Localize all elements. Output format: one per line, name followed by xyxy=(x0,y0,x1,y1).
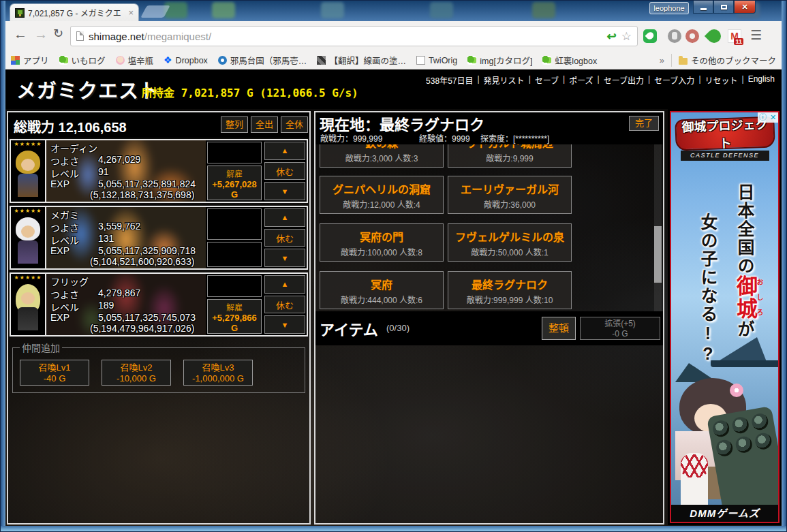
summon-lv2-button[interactable]: 召喚Lv2 -10,000 G xyxy=(102,360,171,386)
move-down-button[interactable]: ▼ xyxy=(264,315,305,334)
menu-save-import[interactable]: セーブ入力 xyxy=(654,74,694,86)
location-tile[interactable]: フヴェルゲルミルの泉 敵戦力:50,000 人数:1 xyxy=(448,223,572,262)
ad-info-icon[interactable]: ⓘ xyxy=(758,112,768,123)
member-level: 131 xyxy=(98,233,114,244)
profile-button[interactable]: leophone xyxy=(649,2,689,14)
location-tile[interactable]: エーリヴァーガル河 敵戦力:36,000 xyxy=(448,176,572,214)
explore-stat: 探索度：[**********] xyxy=(480,132,549,144)
ad-creative[interactable]: ⓘ ✕ 御城プロジェクト CASTLE DEFENSE 日本全国の御城おしろが … xyxy=(670,111,780,523)
bookmark-star-icon[interactable]: ☆ xyxy=(621,29,632,44)
forward-button[interactable]: → xyxy=(34,27,48,41)
undo-arrow-icon[interactable]: ↩ xyxy=(607,29,617,44)
bookmark-item[interactable]: ❖Dropbox xyxy=(164,56,208,65)
all-rest-button[interactable]: 全休 xyxy=(281,116,308,133)
scrollbar-thumb[interactable] xyxy=(654,226,662,283)
gmail-extension-icon[interactable]: M 11 xyxy=(728,29,741,43)
location-header: 現在地：最終ラグナロク 完了 敵戦力：999,999 経験値：9999 探索度：… xyxy=(315,112,663,144)
tab-favicon-icon xyxy=(15,8,25,18)
location-tile[interactable]: 鉄の森 敵戦力:3,000 人数:3 xyxy=(320,144,444,168)
bookmark-item[interactable]: 【翻訳】線画の塗… xyxy=(317,54,406,67)
dismiss-button[interactable]: 解雇 +5,279,866 G xyxy=(207,299,262,334)
bookmark-item[interactable]: 邪馬台国（邪馬壱… xyxy=(218,54,307,67)
close-button[interactable]: ✕ xyxy=(734,1,756,14)
rest-button[interactable]: 休む xyxy=(264,162,305,181)
menu-save-export[interactable]: セーブ出力 xyxy=(604,74,644,86)
bookmarks-overflow-icon[interactable]: » xyxy=(660,55,664,65)
bookmark-item[interactable]: 塩辛瓶 xyxy=(116,54,154,67)
castle-roof xyxy=(717,337,767,362)
game-menu: 538年57日目| 発見リスト| セーブ| ポーズ| セーブ出力| セーブ入力|… xyxy=(426,74,775,86)
expand-button[interactable]: 拡張(+5) -0 G xyxy=(580,317,660,340)
member-actions: ▲ 休む ▼ xyxy=(263,274,307,335)
reload-button[interactable]: ↻ xyxy=(53,27,63,40)
bookmark-apps[interactable]: アプリ xyxy=(11,54,49,67)
summon-lv3-button[interactable]: 召喚Lv3 -1,000,000 G xyxy=(183,360,253,386)
complete-button[interactable]: 完了 xyxy=(629,116,659,131)
desktop-icon xyxy=(321,2,344,18)
equipment-slot[interactable] xyxy=(207,242,262,267)
bookmark-item[interactable]: img[カタログ] xyxy=(467,54,532,67)
minimize-button[interactable] xyxy=(693,1,713,14)
tab-close-icon[interactable]: × xyxy=(128,8,134,17)
pixel-icon xyxy=(317,56,326,65)
rest-button[interactable]: 休む xyxy=(264,229,305,247)
summon-lv1-button[interactable]: 召喚Lv1 -40 G xyxy=(20,360,89,386)
location-tile[interactable]: 最終ラグナロク 敵戦力:999,999 人数:10 xyxy=(448,271,572,309)
member-actions: ▲ 休む ▼ xyxy=(263,140,307,202)
dismiss-button[interactable]: 解雇 +5,267,028 G xyxy=(207,166,262,200)
ad-tagline-line1: 日本全国の御城おしろが xyxy=(730,183,763,339)
tidy-button[interactable]: 整頓 xyxy=(542,317,576,340)
drop-extension-icon[interactable] xyxy=(705,27,724,46)
money-value: 7,021,857 G (121,066.5 G/s) xyxy=(181,87,358,99)
move-down-button[interactable]: ▼ xyxy=(264,182,305,200)
location-tile[interactable]: 冥府の門 敵戦力:100,000 人数:8 xyxy=(320,223,444,262)
member-exp: 5,055,117,325,891,824 xyxy=(98,178,196,189)
menu-save[interactable]: セーブ xyxy=(535,74,559,86)
window-frame-right xyxy=(782,0,787,532)
equipment-slot[interactable] xyxy=(207,275,262,297)
location-tile[interactable]: ウトガルド城周辺 敵戦力:9,999 xyxy=(448,144,572,168)
equipment-slot[interactable] xyxy=(207,208,262,240)
menu-icon[interactable]: ☰ xyxy=(750,27,762,43)
bookmark-item[interactable]: いもログ xyxy=(59,54,106,67)
menu-reset[interactable]: リセット xyxy=(705,74,738,86)
location-tile[interactable]: グニパヘリルの洞窟 敵戦力:12,000 人数:4 xyxy=(320,176,444,214)
feedly-extension-icon[interactable] xyxy=(643,29,657,43)
maximize-button[interactable] xyxy=(713,1,734,14)
character-sprite-frigg xyxy=(14,283,42,333)
castle-eave xyxy=(711,360,780,367)
equipment-slot[interactable] xyxy=(207,142,262,163)
hand-extension-icon[interactable] xyxy=(668,29,681,43)
address-bar[interactable]: shimage.net/megamiquest/ ↩ ☆ xyxy=(70,26,638,46)
move-up-button[interactable]: ▲ xyxy=(264,275,305,294)
menu-discovery-list[interactable]: 発見リスト xyxy=(484,74,525,86)
other-bookmarks-button[interactable]: その他のブックマーク xyxy=(671,54,776,67)
move-up-button[interactable]: ▲ xyxy=(264,142,305,160)
menu-pause[interactable]: ポーズ xyxy=(569,74,593,86)
ad-banner[interactable]: ⓘ ✕ 御城プロジェクト CASTLE DEFENSE 日本全国の御城おしろが … xyxy=(668,109,782,525)
party-panel: 総戦力 12,106,658 整列 全出 全休 ★★★★★ オーディン つよさ … xyxy=(7,111,311,525)
ad-girl-lace xyxy=(681,454,708,478)
move-down-button[interactable]: ▼ xyxy=(264,249,305,267)
menu-english[interactable]: English xyxy=(748,74,775,86)
character-sprite-odin xyxy=(14,149,42,200)
back-button[interactable]: ← xyxy=(14,27,27,41)
all-out-button[interactable]: 全出 xyxy=(251,116,278,133)
bookmark-item[interactable]: 虹裏logbox xyxy=(542,54,597,67)
sprout-icon xyxy=(542,56,551,65)
ring-extension-icon[interactable] xyxy=(685,29,699,43)
ad-close-icon[interactable]: ✕ xyxy=(768,112,778,123)
member-strength: 3,559,762 xyxy=(98,221,140,232)
gmail-badge: 11 xyxy=(734,38,743,45)
scrollbar-track[interactable] xyxy=(654,144,662,311)
location-list: 鉄の森 敵戦力:3,000 人数:3 ウトガルド城周辺 敵戦力:9,999 グニ… xyxy=(315,144,663,311)
move-up-button[interactable]: ▲ xyxy=(264,208,305,227)
bookmark-item[interactable]: TwiOrig xyxy=(416,56,457,65)
location-tile[interactable]: 冥府 敵戦力:444,000 人数:6 xyxy=(320,271,444,309)
browser-tab[interactable]: 7,021,857 G - メガミクエ × xyxy=(10,3,139,21)
desktop-icon xyxy=(532,2,555,18)
items-header: アイテム (0/30) 整頓 拡張(+5) -0 G xyxy=(315,311,663,345)
money-display: 所持金 7,021,857 G (121,066.5 G/s) xyxy=(142,84,358,100)
sort-button[interactable]: 整列 xyxy=(221,116,248,133)
rest-button[interactable]: 休む xyxy=(264,296,305,314)
